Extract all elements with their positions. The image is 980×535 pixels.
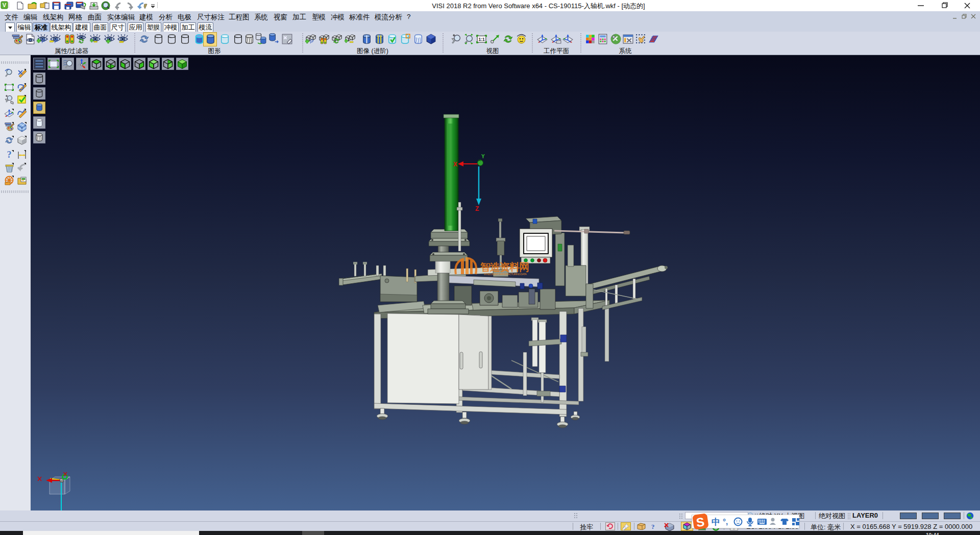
svg-text:?: ? [7, 150, 12, 160]
svg-text:°,: °, [723, 517, 728, 526]
svg-text:X: X [453, 161, 457, 168]
svg-text:智造资料网: 智造资料网 [480, 261, 529, 273]
svg-text:Z: Z [475, 205, 479, 212]
svg-text:INTELLIGENT MANUFACTURING DATA: INTELLIGENT MANUFACTURING DATA [484, 273, 527, 276]
svg-text:中: 中 [712, 517, 720, 527]
svg-text:Y: Y [481, 154, 485, 159]
svg-text:V: V [3, 2, 7, 8]
